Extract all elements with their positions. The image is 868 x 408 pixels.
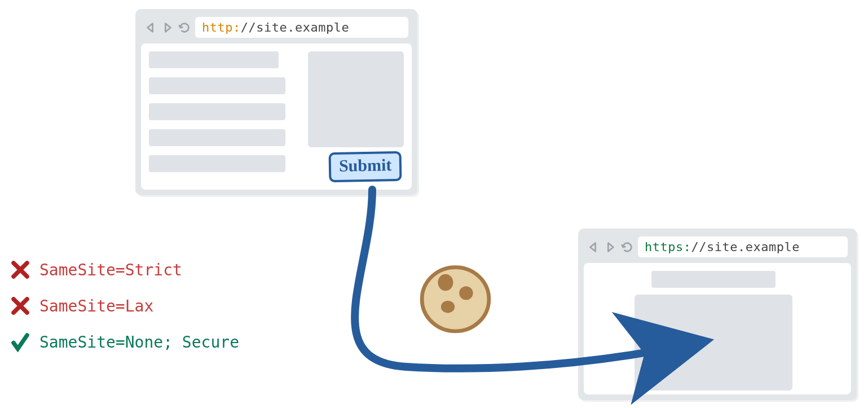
legend-row-lax: SameSite=Lax <box>10 296 239 316</box>
browser-toolbar: https://site.example <box>584 234 851 263</box>
url-bar[interactable]: http://site.example <box>195 17 408 38</box>
back-icon <box>144 21 157 34</box>
placeholder-title <box>651 271 776 288</box>
url-bar[interactable]: https://site.example <box>638 236 848 257</box>
legend-label: SameSite=None; Secure <box>39 333 239 352</box>
reload-icon <box>621 241 633 253</box>
forward-icon <box>604 241 616 253</box>
target-browser: https://site.example <box>578 229 857 400</box>
svg-point-0 <box>422 267 489 331</box>
legend-row-strict: SameSite=Strict <box>10 260 239 280</box>
placeholder-box <box>635 295 792 391</box>
url-scheme: http: <box>202 20 241 34</box>
svg-point-2 <box>459 286 473 300</box>
x-mark-icon <box>10 260 30 280</box>
placeholder-image <box>308 51 404 147</box>
submit-button[interactable]: Submit <box>328 151 402 182</box>
samesite-legend: SameSite=Strict SameSite=Lax SameSite=No… <box>10 260 239 352</box>
cookie-icon <box>417 260 494 336</box>
placeholder-line <box>149 51 279 68</box>
legend-row-none: SameSite=None; Secure <box>10 332 239 352</box>
page-viewport <box>584 263 851 394</box>
back-icon <box>587 241 600 253</box>
svg-point-1 <box>438 274 453 291</box>
url-scheme: https: <box>645 240 691 254</box>
x-mark-icon <box>10 296 30 316</box>
placeholder-line <box>149 103 285 120</box>
url-host: //site.example <box>691 240 799 254</box>
reload-icon <box>178 21 191 34</box>
check-mark-icon <box>10 332 30 352</box>
legend-label: SameSite=Lax <box>39 297 153 315</box>
browser-toolbar: http://site.example <box>141 15 412 43</box>
source-browser: http://site.example Submit <box>135 9 417 195</box>
placeholder-line <box>149 129 285 146</box>
page-viewport: Submit <box>141 43 412 190</box>
placeholder-line <box>149 77 285 94</box>
url-host: //site.example <box>241 20 349 34</box>
forward-icon <box>161 21 174 34</box>
placeholder-line <box>149 155 285 172</box>
svg-point-3 <box>441 301 455 313</box>
legend-label: SameSite=Strict <box>39 261 182 279</box>
